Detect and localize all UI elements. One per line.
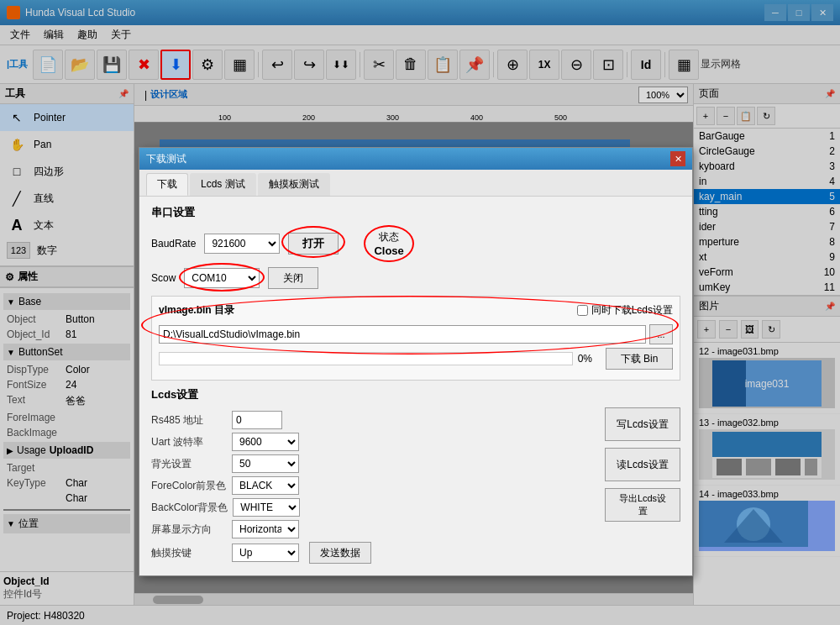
open-btn-container: 打开: [288, 233, 339, 255]
modal-body: 串口设置 BaudRate 921600 115200 57600 9600 打…: [139, 197, 692, 575]
touch-select[interactable]: Up Down: [232, 544, 299, 562]
port-label: Scow: [151, 272, 176, 284]
modal-tab-download[interactable]: 下载: [146, 173, 188, 196]
orientation-row: 屏幕显示方向 Horizontal Vertical: [151, 520, 596, 538]
status-oval: 状态 Close: [364, 225, 413, 262]
lcds-layout: Rs485 地址 0 Uart 波特率 9600 19200 115200: [151, 407, 680, 567]
status-value: Close: [374, 244, 403, 257]
open-port-button[interactable]: 打开: [288, 233, 339, 255]
file-path-input[interactable]: D:\VisualLcdStudio\vImage.bin: [159, 325, 646, 344]
serial-section-title: 串口设置: [151, 205, 680, 220]
send-data-button[interactable]: 发送数据: [309, 542, 371, 564]
backlight-select[interactable]: 50 10 100: [232, 454, 299, 473]
baudrate-label: BaudRate: [151, 238, 196, 249]
progress-bar: [159, 352, 573, 365]
lcds-section-title: Lcds设置: [151, 387, 680, 402]
progress-value: 0%: [578, 353, 592, 365]
sync-lcds-checkbox[interactable]: [577, 305, 588, 316]
vimage-label: vImage.bin 目录: [159, 303, 234, 318]
backlight-row: 背光设置 50 10 100: [151, 454, 596, 473]
rs485-row: Rs485 地址 0: [151, 411, 596, 429]
checkbox-row: 同时下载Lcds设置: [577, 303, 673, 318]
com-select-container: COM10 COM9 COM1: [184, 268, 260, 288]
modal-close-button[interactable]: ✕: [670, 151, 685, 166]
modal-title: 下载测试: [146, 152, 186, 166]
download-bin-wrapper: vImage.bin 目录 同时下载Lcds设置 D:\VisualLcdStu…: [151, 296, 680, 381]
forecolor-select[interactable]: BLACK WHITE RED: [232, 476, 299, 495]
export-lcds-button[interactable]: 导出Lcds设 置: [605, 488, 680, 522]
modal-overlay: 下载测试 ✕ 下载 Lcds 测试 触摸板测试 串口设置 BaudRate 92…: [0, 0, 840, 625]
backcolor-row: BackColor背景色 WHITE BLACK RED: [151, 498, 596, 517]
baudrate-select[interactable]: 921600 115200 57600 9600: [204, 234, 280, 254]
uart-row: Uart 波特率 9600 19200 115200: [151, 433, 596, 451]
serial-row2: Scow COM10 COM9 COM1 关闭: [151, 267, 680, 289]
orientation-select[interactable]: Horizontal Vertical: [232, 520, 299, 538]
download-bin-button[interactable]: 下载 Bin: [606, 348, 673, 370]
download-modal: 下载测试 ✕ 下载 Lcds 测试 触摸板测试 串口设置 BaudRate 92…: [139, 147, 693, 576]
file-path-row: D:\VisualLcdStudio\vImage.bin ...: [159, 324, 673, 344]
lcds-left: Rs485 地址 0 Uart 波特率 9600 19200 115200: [151, 407, 596, 567]
uart-select[interactable]: 9600 19200 115200: [232, 433, 299, 451]
bin-top-row: vImage.bin 目录 同时下载Lcds设置: [159, 303, 673, 318]
modal-tabs: 下载 Lcds 测试 触摸板测试: [139, 170, 692, 197]
forecolor-row: ForeColor前景色 BLACK WHITE RED: [151, 476, 596, 495]
modal-tab-touch[interactable]: 触摸板测试: [258, 173, 330, 196]
backlight-label: 背光设置: [151, 457, 227, 471]
lcds-section: Lcds设置 Rs485 地址 0 Uart 波特率 9600 19200: [151, 387, 680, 567]
touch-row: 触摸按键 Up Down 发送数据: [151, 542, 596, 564]
status-label: 状态: [379, 230, 399, 244]
browse-button[interactable]: ...: [649, 324, 673, 344]
modal-tab-lcds[interactable]: Lcds 测试: [190, 173, 256, 196]
port-select[interactable]: COM10 COM9 COM1: [184, 268, 260, 288]
download-bin-section: vImage.bin 目录 同时下载Lcds设置 D:\VisualLcdStu…: [151, 296, 680, 381]
close-port-button[interactable]: 关闭: [268, 267, 318, 289]
forecolor-label: ForeColor前景色: [151, 479, 227, 493]
modal-title-bar: 下载测试 ✕: [139, 148, 692, 170]
write-lcds-button[interactable]: 写Lcds设置: [605, 407, 680, 441]
backcolor-select[interactable]: WHITE BLACK RED: [233, 498, 300, 517]
backcolor-label: BackColor背景色: [151, 501, 228, 515]
touch-label: 触摸按键: [151, 546, 227, 560]
status-container: 状态 Close: [364, 225, 413, 262]
sync-lcds-label: 同时下载Lcds设置: [591, 303, 673, 318]
read-lcds-button[interactable]: 读Lcds设置: [605, 448, 680, 481]
orientation-label: 屏幕显示方向: [151, 523, 227, 537]
lcds-right: 写Lcds设置 读Lcds设置 导出Lcds设 置: [605, 407, 680, 567]
rs485-label: Rs485 地址: [151, 413, 227, 428]
uart-label: Uart 波特率: [151, 435, 227, 449]
rs485-input[interactable]: 0: [232, 411, 282, 429]
progress-row: 0% 下载 Bin: [159, 348, 673, 370]
serial-row1: BaudRate 921600 115200 57600 9600 打开 状态 …: [151, 225, 680, 262]
